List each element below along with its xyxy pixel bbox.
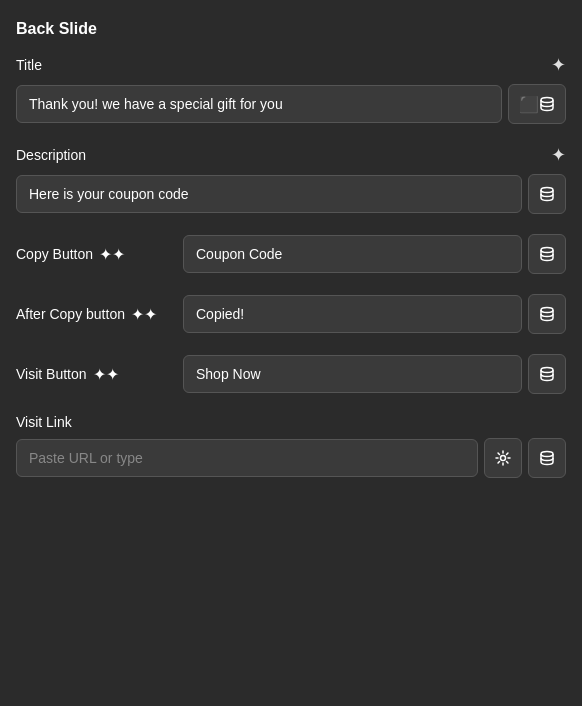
visit-link-input-row [16, 438, 566, 478]
description-db-svg-icon [539, 186, 555, 202]
description-sparkle-icon[interactable]: ✦ [551, 144, 566, 166]
visit-link-label: Visit Link [16, 414, 72, 430]
svg-point-0 [541, 98, 553, 103]
svg-point-6 [541, 452, 553, 457]
after-copy-db-svg-icon [539, 306, 555, 322]
visit-db-svg-icon [539, 366, 555, 382]
svg-point-5 [501, 456, 506, 461]
description-input-row [16, 174, 566, 214]
svg-point-4 [541, 368, 553, 373]
visit-button-sparkle-icon[interactable]: ✦✦ [93, 365, 119, 384]
visit-link-db-icon-button[interactable] [528, 438, 566, 478]
visit-button-label: Visit Button ✦✦ [16, 365, 171, 384]
after-copy-label: After Copy button ✦✦ [16, 305, 171, 324]
description-db-icon-button[interactable] [528, 174, 566, 214]
description-label-row: Description ✦ [16, 144, 566, 166]
visit-button-db-icon-button[interactable] [528, 354, 566, 394]
after-copy-row: After Copy button ✦✦ [16, 294, 566, 334]
copy-button-input[interactable] [183, 235, 522, 273]
copy-button-row: Copy Button ✦✦ [16, 234, 566, 274]
copy-button-label: Copy Button ✦✦ [16, 245, 171, 264]
visit-link-label-row: Visit Link [16, 414, 566, 430]
title-db-icon-button[interactable]: ⬛ [508, 84, 566, 124]
title-db-icon: ⬛ [519, 95, 539, 114]
title-input[interactable] [16, 85, 502, 123]
svg-point-3 [541, 308, 553, 313]
after-copy-sparkle-icon[interactable]: ✦✦ [131, 305, 157, 324]
visit-link-input[interactable] [16, 439, 478, 477]
copy-button-db-icon-button[interactable] [528, 234, 566, 274]
title-db-svg-icon [539, 96, 555, 112]
visit-link-gear-button[interactable] [484, 438, 522, 478]
visit-link-db-svg-icon [539, 450, 555, 466]
description-label: Description [16, 147, 86, 163]
visit-button-input-wrap [183, 354, 566, 394]
copy-button-input-wrap [183, 234, 566, 274]
after-copy-input-wrap [183, 294, 566, 334]
description-input[interactable] [16, 175, 522, 213]
after-copy-db-icon-button[interactable] [528, 294, 566, 334]
svg-point-2 [541, 248, 553, 253]
after-copy-input[interactable] [183, 295, 522, 333]
copy-button-sparkle-icon[interactable]: ✦✦ [99, 245, 125, 264]
visit-button-row: Visit Button ✦✦ [16, 354, 566, 394]
title-label: Title [16, 57, 42, 73]
title-sparkle-icon[interactable]: ✦ [551, 54, 566, 76]
title-label-row: Title ✦ [16, 54, 566, 76]
copy-db-svg-icon [539, 246, 555, 262]
visit-button-input[interactable] [183, 355, 522, 393]
page-title: Back Slide [16, 20, 566, 38]
gear-icon [495, 450, 511, 466]
svg-point-1 [541, 188, 553, 193]
title-input-row: ⬛ [16, 84, 566, 124]
